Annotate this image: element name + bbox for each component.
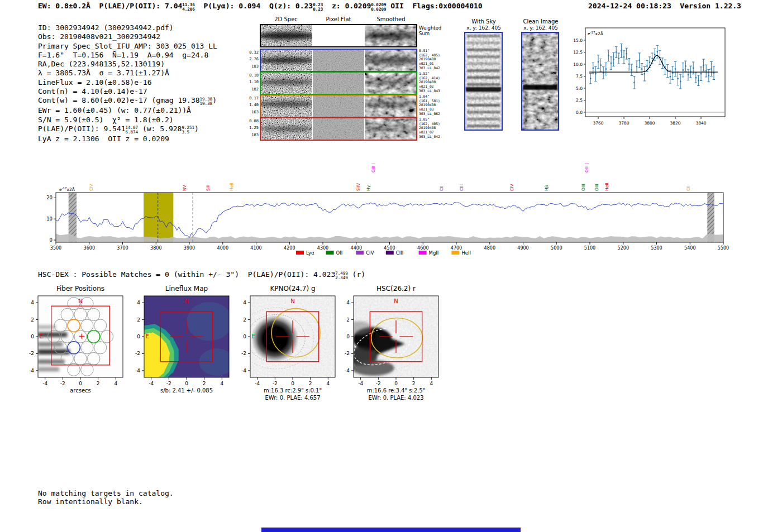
stacked-fraction: 7.4992.349 (335, 271, 348, 280)
svg-text:Hβ: Hβ (544, 185, 549, 191)
cutout-row (260, 49, 417, 72)
svg-text:20: 20 (46, 195, 53, 200)
svg-text:10.0: 10.0 (573, 62, 583, 67)
info-line: S/N = 5.9(±0.5) χ² = 1.8(±0.2) (38, 116, 217, 124)
svg-text:0: 0 (291, 381, 294, 386)
svg-text:OII: OII (336, 250, 343, 256)
info-line: Cont(w) = 8.60(±0.02)e-17 (gmag 19.3819.… (38, 96, 217, 106)
cutout-col-header-2dspec: 2D Spec (260, 16, 312, 22)
svg-text:5400: 5400 (684, 246, 695, 251)
info-line: F=1.6" T=0.156 N̄=1.19 A=0.94 g=24.8 (38, 51, 217, 60)
svg-text:-4: -4 (255, 381, 260, 386)
stacked-fraction: 0.02090.0209 (371, 3, 386, 12)
info-line: Cont(n) = 4.10(±0.14)e-17 (38, 87, 217, 96)
svg-text:3800: 3800 (150, 246, 161, 251)
svg-text:3600: 3600 (84, 246, 95, 251)
detection-info-block: ID: 3002934942 (3002934942.pdf)Obs: 2019… (38, 23, 217, 143)
svg-text:15.0: 15.0 (573, 38, 583, 43)
svg-text:0: 0 (346, 334, 350, 339)
svg-text:4100: 4100 (250, 246, 261, 251)
svg-text:-2: -2 (29, 351, 34, 356)
info-line: ID: 3002934942 (3002934942.pdf) (38, 23, 217, 32)
svg-text:4900: 4900 (517, 246, 528, 251)
svg-text:4: 4 (137, 300, 140, 305)
svg-text:12.5: 12.5 (573, 50, 583, 55)
svg-text:0: 0 (243, 334, 246, 339)
svg-text:4: 4 (430, 381, 433, 386)
noise-image (365, 50, 416, 71)
cutout-row (260, 117, 417, 141)
hsc-r-caption-2: EWr: 0. PLAE: 4.023 (349, 395, 444, 401)
svg-text:5.0: 5.0 (576, 86, 583, 91)
clean-image-title: Clean Image (517, 18, 564, 25)
svg-text:HeII: HeII (604, 183, 609, 191)
svg-text:N: N (184, 298, 188, 304)
svg-text:-4: -4 (345, 368, 350, 373)
svg-text:0.0: 0.0 (576, 110, 583, 115)
svg-text:2: 2 (346, 317, 350, 323)
noise-image (261, 118, 312, 140)
svg-text:4800: 4800 (484, 246, 495, 251)
svg-text:4: 4 (31, 300, 34, 305)
svg-text:4: 4 (346, 300, 350, 305)
noise-image (522, 33, 558, 130)
hsc-r-caption-1: m:16.6 re:3.4" s:2.5" (349, 387, 444, 394)
svg-text:3780: 3780 (618, 121, 629, 126)
kpno-g-caption-1: m:16.3 rc:2.9" s:0.1" (245, 387, 340, 394)
svg-text:3900: 3900 (184, 246, 195, 251)
svg-text:0: 0 (394, 381, 398, 386)
species-line-labels: CIVNVSiIIHeIISiIVHγCIII (CIICIIICIVHβOII… (89, 162, 692, 191)
cutout-row (260, 94, 417, 118)
svg-text:HeII: HeII (461, 250, 471, 256)
svg-text:4200: 4200 (284, 246, 295, 251)
svg-text:Lyα: Lyα (306, 250, 314, 256)
svg-text:2: 2 (97, 381, 100, 386)
stacked-fraction: 19.3819.38 (200, 97, 213, 106)
svg-text:N: N (290, 298, 294, 304)
lineflux-map-caption: s/b: 2.41 +/- 0.085 (139, 387, 234, 394)
cutout-col-header-smoothed: Smoothed (365, 16, 417, 22)
svg-text:4400: 4400 (351, 246, 362, 251)
svg-text:-2: -2 (376, 381, 381, 386)
svg-text:4600: 4600 (417, 246, 428, 251)
svg-text:3800: 3800 (644, 121, 655, 126)
svg-text:5000: 5000 (551, 246, 562, 251)
clean-image-coords: x, y: 162, 405 (517, 25, 564, 31)
svg-text:N: N (394, 298, 398, 304)
svg-text:e-17x2Å: e-17x2Å (59, 186, 75, 192)
footer-line-1: No matching targets in catalog. (38, 489, 174, 498)
svg-text:4500: 4500 (384, 246, 395, 251)
with-sky-coords: x, y: 162, 405 (460, 25, 507, 31)
svg-text:0: 0 (50, 237, 53, 243)
header-summary-line: EW: 0.8±0.2Å P(LAE)/P(OII): 7.0411.364.2… (38, 2, 483, 12)
svg-text:10: 10 (46, 216, 53, 222)
cutout-row (260, 71, 417, 95)
cutout-row-left-values: 0.322.76183 (245, 49, 259, 70)
svg-text:3820: 3820 (670, 121, 680, 126)
svg-text:SiII: SiII (206, 185, 211, 191)
svg-text:-4: -4 (358, 381, 363, 386)
svg-text:2: 2 (243, 317, 246, 323)
svg-text:-4: -4 (42, 381, 47, 386)
svg-text:-2: -2 (166, 381, 171, 386)
kpno-g-panel: NE-4-2024-4-2024 (229, 291, 341, 387)
lineflux-map-panel: NE-4-2024-4-2024 (123, 291, 235, 387)
cutout-row-left-values: 0.181.10182 (245, 72, 259, 93)
noise-image (261, 95, 312, 117)
svg-text:E: E (39, 333, 42, 339)
svg-text:OIII: OIII (594, 184, 599, 191)
stacked-fraction: 0.230.23 (313, 3, 323, 12)
stacked-fraction: 11.364.206 (182, 3, 195, 12)
svg-text:4: 4 (220, 381, 223, 386)
svg-text:N: N (78, 298, 82, 304)
svg-text:-2: -2 (345, 351, 350, 356)
fiber-positions-xlabel: arcsecs (33, 387, 128, 394)
svg-text:4700: 4700 (451, 246, 462, 251)
clean-image (521, 32, 559, 131)
cutout-row-left-values: 0.081.25183 (245, 118, 259, 138)
svg-text:7.5: 7.5 (576, 74, 583, 79)
svg-text:4000: 4000 (217, 246, 228, 251)
weighted-sum-cutout-row (260, 24, 417, 47)
elixer-report-page: EW: 0.8±0.2Å P(LAE)/P(OII): 7.0411.364.2… (0, 0, 782, 532)
svg-text:3760: 3760 (593, 121, 603, 126)
